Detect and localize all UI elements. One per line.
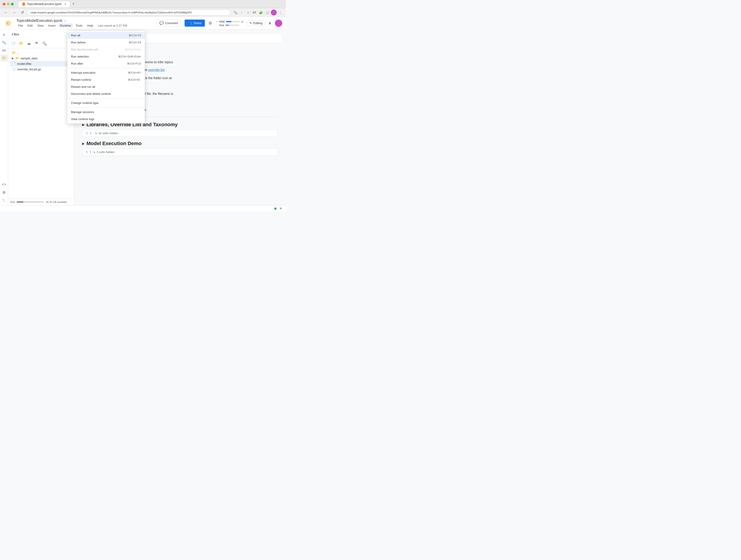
- sidebar-item-code[interactable]: <>: [1, 181, 7, 188]
- colab-logo: [4, 19, 13, 28]
- reload-button[interactable]: ↺: [19, 9, 25, 16]
- sidebar-toggle-icon[interactable]: ⬜: [264, 10, 270, 15]
- sidebar-title: Files: [12, 32, 19, 36]
- disk-available: 85.30 GB available: [46, 201, 67, 203]
- sidebar-item-terminal[interactable]: >_: [1, 196, 7, 203]
- menu-edit[interactable]: Edit: [26, 23, 35, 28]
- refresh-button[interactable]: 👁: [33, 40, 40, 47]
- list-item[interactable]: 📄 model.tflite: [10, 61, 72, 66]
- disk-usage-bar: [17, 201, 44, 203]
- menu-run-before[interactable]: Run before ⌘/Ctrl+F8: [67, 39, 145, 46]
- model-execution-section: ▶ Model Execution Demo [ ] ↳ 3 cells hid…: [82, 141, 278, 156]
- sidebar-item-menu[interactable]: ≡: [1, 31, 7, 38]
- menu-change-runtime-type[interactable]: Change runtime type: [67, 99, 145, 106]
- menu-item-shortcut: ⌘/Ctrl+Enter: [125, 48, 141, 51]
- minimize-button[interactable]: [7, 3, 10, 5]
- file-name: override_list.pb.gz: [17, 68, 41, 71]
- file-name: model.tflite: [17, 62, 31, 66]
- status-indicator: [274, 208, 276, 210]
- menu-tools[interactable]: Tools: [74, 23, 84, 28]
- share-button[interactable]: 👥 Share: [185, 19, 205, 27]
- cells-hidden-label-1: ↳ 10 cells hidden: [95, 132, 118, 135]
- list-item[interactable]: 📁 ..: [10, 50, 72, 56]
- file-name: ..: [17, 51, 19, 55]
- tab-favicon: CO: [22, 2, 25, 6]
- menu-insert[interactable]: Insert: [46, 23, 57, 28]
- maximize-button[interactable]: [11, 3, 14, 5]
- bookmark-share-icon[interactable]: ↑: [239, 10, 245, 15]
- menu-item-label: Run all: [71, 34, 80, 37]
- menu-runtime[interactable]: Runtime: [58, 23, 73, 28]
- menu-manage-sessions[interactable]: Manage sessions: [67, 108, 145, 115]
- menu-item-label: Run the focused cell: [71, 48, 98, 51]
- close-button[interactable]: [3, 3, 5, 5]
- header-menu: File Edit View Insert Runtime Tools Help…: [16, 23, 127, 28]
- menu-item-label: Run selection: [71, 55, 89, 58]
- menu-run-selection[interactable]: Run selection ⌘/Ctrl+Shift+Enter: [67, 53, 145, 60]
- upload-cloud-button[interactable]: ☁: [25, 40, 32, 47]
- collapse-icon[interactable]: ∧: [269, 21, 271, 25]
- header-title-area: TopicsModelExecution.ipynb ☆ File Edit V…: [16, 19, 127, 28]
- star-icon[interactable]: ☆: [64, 19, 67, 23]
- menu-disconnect[interactable]: Disconnect and delete runtime: [67, 90, 145, 97]
- menu-item-label: Restart runtime: [71, 78, 91, 81]
- menu-item-shortcut: ⌘/Ctrl+F8: [129, 41, 141, 44]
- more-menu-icon[interactable]: ⋮: [278, 10, 283, 15]
- sidebar-item-table[interactable]: ⊞: [1, 189, 7, 195]
- new-file-button[interactable]: 📄: [10, 40, 17, 47]
- tab-title: TopicsModelExecution.ipynb: [27, 2, 61, 6]
- menu-item-shortcut: ⌘/Ctrl+F10: [127, 62, 141, 65]
- sidebar-item-search[interactable]: 🔍: [1, 39, 7, 46]
- override-list-link[interactable]: override list: [148, 68, 164, 72]
- back-button[interactable]: ←: [3, 9, 9, 16]
- user-avatar-header[interactable]: [275, 19, 282, 27]
- header-right: 💬 Comment 👥 Share ⚙ ✓ RAM ∧: [156, 19, 282, 27]
- settings-icon[interactable]: ⚙: [208, 21, 212, 26]
- ram-label: RAM: [219, 20, 225, 23]
- forward-button[interactable]: →: [11, 9, 17, 16]
- menu-item-label: Change runtime type: [71, 101, 98, 105]
- comment-label: Comment: [165, 21, 178, 25]
- new-folder-button[interactable]: 📁: [18, 40, 24, 47]
- list-item[interactable]: ▶ 📁 sample_data: [10, 56, 72, 61]
- model-section-toggle[interactable]: ▶ Model Execution Demo: [82, 141, 278, 147]
- sidebar-toolbar: 📄 📁 ☁ 👁 🔍: [8, 39, 74, 48]
- status-close-button[interactable]: ✕: [279, 206, 282, 211]
- menu-view[interactable]: View: [35, 23, 45, 28]
- new-tab-button[interactable]: +: [70, 1, 76, 7]
- profile-icon[interactable]: OT: [252, 10, 257, 15]
- sidebar-item-variables[interactable]: {x}: [1, 47, 7, 54]
- files-sidebar: Files 📄 📁 ☁ 👁 🔍 📁 .. ▶ 📁: [8, 29, 74, 205]
- menu-item-label: Run before: [71, 41, 85, 44]
- list-item[interactable]: 📄 override_list.pb.gz: [10, 66, 72, 72]
- tab-close-button[interactable]: ✕: [64, 3, 66, 6]
- sidebar-search-button[interactable]: 🔍: [41, 40, 48, 47]
- disk-label: Disk: [10, 201, 15, 203]
- sidebar-item-files[interactable]: 📁: [1, 55, 7, 61]
- active-tab[interactable]: CO TopicsModelExecution.ipynb ✕: [18, 1, 70, 7]
- ram-dropdown-icon[interactable]: ∧: [241, 20, 243, 23]
- menu-file[interactable]: File: [16, 23, 25, 28]
- menu-restart[interactable]: Restart runtime ⌘/Ctrl+M .: [67, 76, 145, 83]
- user-avatar[interactable]: [271, 10, 277, 15]
- extension-icon[interactable]: 🧩: [258, 10, 264, 15]
- disk-progress-bar: [225, 24, 239, 26]
- menu-item-label: Manage sessions: [71, 110, 94, 114]
- menu-help[interactable]: Help: [85, 23, 95, 28]
- editing-button[interactable]: ✎ Editing: [247, 20, 265, 26]
- menu-item-shortcut: ⌘/Ctrl+F9: [129, 34, 141, 37]
- zoom-icon[interactable]: 🔍: [232, 10, 238, 15]
- menu-item-label: View runtime logs: [71, 117, 94, 121]
- bookmark-icon[interactable]: ☆: [245, 10, 251, 15]
- menu-interrupt[interactable]: Interrupt execution ⌘/Ctrl+M I: [67, 69, 145, 76]
- comment-button[interactable]: 💬 Comment: [156, 19, 181, 27]
- menu-restart-run-all[interactable]: Restart and run all: [67, 83, 145, 90]
- menu-view-runtime-logs[interactable]: View runtime logs: [67, 115, 145, 123]
- folder-expand-icon: ▶: [12, 57, 14, 60]
- menu-run-focused: Run the focused cell ⌘/Ctrl+Enter: [67, 46, 145, 53]
- menu-run-all[interactable]: Run all ⌘/Ctrl+F9: [67, 32, 145, 39]
- comment-icon: 💬: [159, 21, 164, 25]
- menu-run-after[interactable]: Run after ⌘/Ctrl+F10: [67, 60, 145, 67]
- menu-group-control: Interrupt execution ⌘/Ctrl+M I Restart r…: [67, 68, 145, 98]
- address-bar[interactable]: colab.research.google.com/drive/1Fk1lZO6…: [27, 10, 231, 15]
